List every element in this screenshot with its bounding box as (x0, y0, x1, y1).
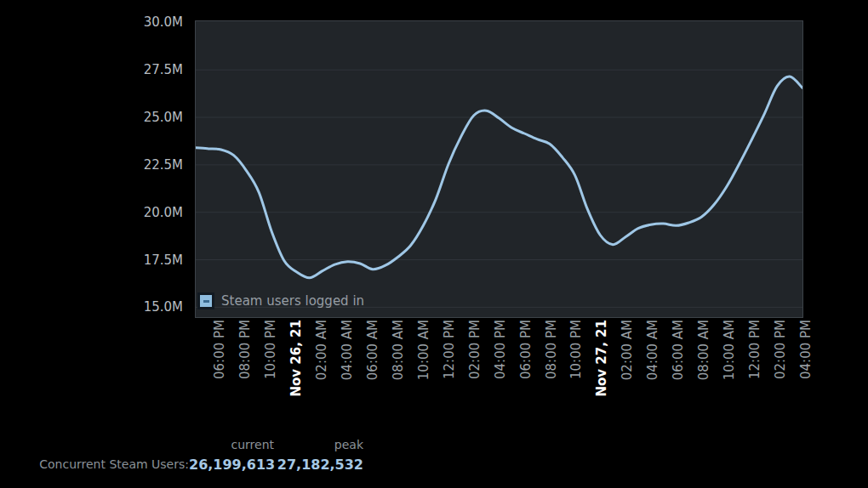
x-axis-tick-label: 04:00 PM (799, 320, 813, 379)
y-axis-tick-label: 25.0M (0, 111, 183, 124)
stats-current-value: 26,199,613 (189, 457, 274, 473)
stats-row-label: Concurrent Steam Users: (34, 457, 189, 473)
x-axis-tick-label: 02:00 AM (315, 320, 328, 380)
x-axis-tick-label: 08:00 AM (697, 320, 711, 380)
stats-peak-value: 27,182,532 (274, 457, 363, 473)
y-axis-tick-label: 22.5M (0, 158, 183, 172)
x-axis-tick-label: 12:00 PM (748, 320, 762, 379)
x-axis-tick-label: 06:00 AM (366, 320, 380, 380)
legend: Steam users logged in (197, 292, 364, 309)
stats-header-current: current (189, 438, 274, 452)
plot-area: Steam users logged in (195, 20, 803, 318)
legend-label: Steam users logged in (221, 293, 364, 309)
y-axis-tick-label: 15.0M (0, 300, 183, 314)
x-axis-tick-label: 06:00 PM (519, 320, 533, 379)
x-axis-tick-label: 10:00 PM (569, 320, 583, 379)
x-axis-date-label: Nov 26, 21 (289, 320, 303, 397)
y-axis-tick-label: 20.0M (0, 206, 183, 219)
steam-users-line-series (196, 77, 802, 278)
x-axis-tick-label: 10:00 AM (417, 320, 431, 380)
y-axis-tick-label: 27.5M (0, 63, 183, 77)
x-axis-tick-label: 02:00 PM (774, 320, 787, 379)
concurrent-users-stats: current peak Concurrent Steam Users: 26,… (34, 438, 363, 473)
steam-stats-page: 30.0M27.5M25.0M22.5M20.0M17.5M15.0M Stea… (0, 0, 868, 488)
x-axis-tick-label: 04:00 AM (340, 320, 354, 380)
y-axis-tick-label: 30.0M (0, 15, 183, 29)
x-axis-tick-label: 04:00 AM (646, 320, 660, 380)
x-axis-tick-label: 08:00 PM (238, 320, 252, 379)
x-axis-tick-label: 08:00 PM (545, 320, 558, 379)
x-axis-tick-label: 02:00 AM (620, 320, 634, 380)
x-axis: 06:00 PM08:00 PM10:00 PMNov 26, 2102:00 … (195, 320, 842, 417)
x-axis-tick-label: 04:00 PM (494, 320, 507, 379)
x-axis-tick-label: 12:00 PM (443, 320, 456, 379)
x-axis-tick-label: 06:00 AM (671, 320, 685, 380)
concurrent-users-chart: 30.0M27.5M25.0M22.5M20.0M17.5M15.0M Stea… (0, 0, 868, 425)
x-axis-tick-label: 06:00 PM (213, 320, 226, 379)
y-axis: 30.0M27.5M25.0M22.5M20.0M17.5M15.0M (0, 0, 183, 340)
x-axis-tick-label: 10:00 AM (722, 320, 736, 380)
x-axis-tick-label: 10:00 PM (264, 320, 277, 379)
legend-color-box-icon (197, 292, 214, 309)
y-axis-tick-label: 17.5M (0, 253, 183, 267)
stats-header-peak: peak (274, 438, 363, 452)
legend-line-dash-icon (203, 300, 209, 303)
x-axis-tick-label: 08:00 AM (391, 320, 405, 380)
users-line-chart-canvas (196, 21, 802, 317)
x-axis-tick-label: 02:00 PM (468, 320, 482, 379)
x-axis-date-label: Nov 27, 21 (595, 320, 608, 397)
